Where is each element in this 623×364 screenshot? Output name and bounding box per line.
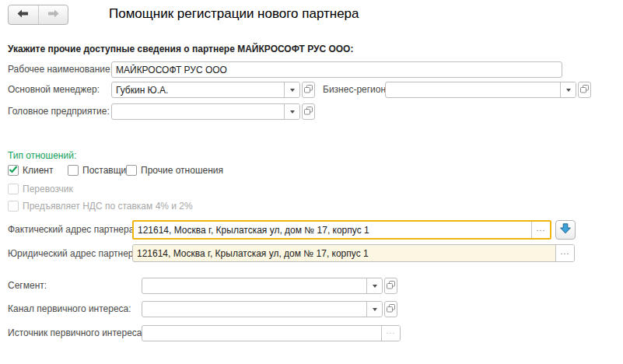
legal-address-label: Юридический адрес партнера:: [8, 246, 142, 262]
arrow-right-icon: [47, 9, 59, 20]
legal-address-choose-button[interactable]: ...: [555, 245, 574, 261]
vat-rates-checkbox-label: Предъявляет НДС по ставкам 4% и 2%: [23, 201, 193, 212]
ellipsis-icon: ...: [387, 327, 395, 335]
chevron-down-icon: [373, 308, 377, 311]
main-manager-open-button[interactable]: [302, 82, 315, 98]
primary-interest-source-label: Источник первичного интереса:: [8, 325, 145, 341]
actual-address-label: Фактический адрес партнера:: [8, 222, 137, 238]
working-name-input[interactable]: [112, 62, 562, 77]
wizard-nav-group: [8, 5, 68, 25]
segment-open-button[interactable]: [384, 278, 397, 294]
head-enterprise-dropdown-button[interactable]: [284, 104, 299, 119]
primary-interest-channel-input[interactable]: [142, 302, 366, 317]
legal-address-input[interactable]: [133, 245, 555, 261]
open-form-icon: [580, 85, 589, 96]
working-name-field: [111, 61, 562, 78]
business-region-open-button[interactable]: [578, 82, 591, 98]
head-enterprise-label: Головное предприятие:: [8, 103, 110, 120]
segment-label: Сегмент:: [8, 278, 47, 294]
main-manager-dropdown-button[interactable]: [284, 82, 299, 97]
forward-button[interactable]: [38, 5, 68, 24]
head-enterprise-field: [111, 103, 300, 120]
carrier-checkbox-label: Перевозчик: [23, 184, 73, 195]
vat-rates-checkbox: [8, 201, 19, 212]
ellipsis-icon: ...: [537, 224, 545, 233]
head-enterprise-open-button[interactable]: [302, 103, 315, 120]
actual-address-field: ...: [132, 220, 551, 240]
page-title: Помощник регистрации нового партнера: [109, 6, 359, 22]
ellipsis-icon: ...: [561, 247, 569, 256]
open-form-icon: [387, 281, 395, 292]
working-name-label: Рабочее наименование:: [8, 61, 113, 78]
other-relations-checkbox[interactable]: [126, 165, 137, 176]
main-manager-label: Основной менеджер:: [8, 82, 100, 98]
primary-interest-source-field: ...: [142, 325, 401, 341]
chevron-down-icon: [373, 285, 377, 288]
primary-interest-channel-field: [142, 301, 383, 317]
primary-interest-source-input[interactable]: [142, 326, 381, 341]
other-relations-checkbox-label: Прочие отношения: [141, 165, 223, 177]
relation-type-label: Тип отношений:: [8, 148, 76, 164]
segment-dropdown-button[interactable]: [366, 278, 382, 293]
primary-interest-source-choose-button[interactable]: ...: [381, 326, 400, 341]
arrow-left-icon: [17, 9, 29, 20]
business-region-input[interactable]: [386, 82, 560, 97]
open-form-icon: [387, 304, 395, 315]
chevron-down-icon: [566, 89, 571, 92]
actual-address-choose-button[interactable]: ...: [531, 222, 550, 238]
business-region-field: [385, 82, 576, 98]
instruction-text: Укажите прочие доступные сведения о парт…: [8, 44, 353, 54]
chevron-down-icon: [290, 110, 295, 114]
main-manager-input[interactable]: [112, 82, 284, 97]
supplier-checkbox[interactable]: [68, 165, 79, 176]
open-form-icon: [304, 85, 313, 96]
primary-interest-channel-dropdown-button[interactable]: [366, 302, 382, 317]
legal-address-field: ...: [132, 244, 575, 262]
check-icon: [9, 165, 18, 177]
supplier-checkbox-label: Поставщик: [82, 165, 131, 177]
open-form-icon: [304, 107, 313, 117]
actual-address-input[interactable]: [134, 222, 531, 238]
client-checkbox-label: Клиент: [23, 165, 54, 177]
business-region-dropdown-button[interactable]: [560, 82, 576, 97]
main-manager-field: [111, 82, 300, 98]
primary-interest-channel-open-button[interactable]: [384, 301, 397, 317]
client-checkbox[interactable]: [8, 165, 19, 176]
head-enterprise-input[interactable]: [112, 104, 284, 119]
chevron-down-icon: [290, 89, 295, 92]
segment-input[interactable]: [142, 278, 366, 293]
business-region-label: Бизнес-регион:: [323, 82, 388, 98]
primary-interest-channel-label: Канал первичного интереса:: [8, 301, 131, 317]
copy-address-down-button[interactable]: [555, 220, 576, 240]
segment-field: [142, 278, 383, 294]
back-button[interactable]: [9, 5, 38, 24]
carrier-checkbox: [8, 184, 19, 194]
fill-down-arrow-icon: [559, 222, 572, 237]
